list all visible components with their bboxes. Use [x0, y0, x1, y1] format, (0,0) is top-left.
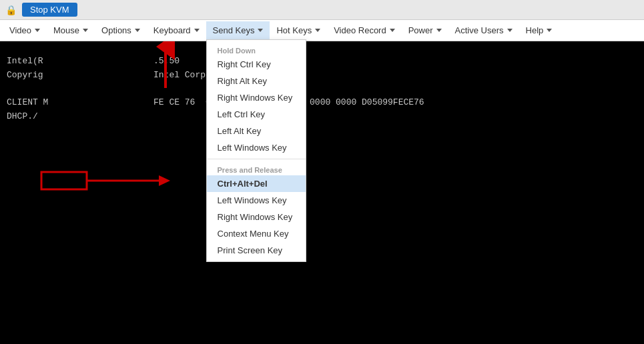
menu-hot-keys[interactable]: Hot Keys: [270, 21, 327, 39]
menu-active-users[interactable]: Active Users: [448, 21, 519, 39]
dropdown-item-context-menu[interactable]: Context Menu Key: [207, 225, 306, 242]
menu-keyboard[interactable]: Keyboard: [147, 21, 206, 39]
main-content: Intel(R Copyrig CLIENT M DHCP./ .5.50 In…: [0, 41, 644, 344]
hot-keys-caret: [315, 29, 320, 32]
svg-rect-4: [41, 172, 87, 189]
send-keys-caret: [258, 29, 263, 32]
stop-kvm-button[interactable]: Stop KVM: [22, 3, 77, 17]
help-caret: [547, 29, 552, 32]
dropdown-item-left-windows[interactable]: Left Windows Key: [207, 139, 306, 156]
menu-send-keys[interactable]: Send Keys Hold Down Right Ctrl Key Right…: [206, 21, 270, 39]
dropdown-item-right-windows-key[interactable]: Right Windows Key: [207, 209, 306, 225]
dropdown-divider: [207, 159, 306, 159]
svg-marker-6: [159, 175, 170, 186]
top-bar: 🔒 Stop KVM: [0, 0, 644, 20]
dropdown-item-left-alt[interactable]: Left Alt Key: [207, 123, 306, 139]
dropdown-item-left-windows-key[interactable]: Left Windows Key: [207, 192, 306, 209]
hold-down-label: Hold Down: [207, 43, 306, 56]
annotation-arrow-1: [152, 41, 179, 91]
power-caret: [436, 29, 442, 32]
video-caret: [35, 29, 40, 32]
menu-help[interactable]: Help: [519, 21, 559, 39]
dropdown-item-right-windows[interactable]: Right Windows Key: [207, 89, 306, 106]
options-caret: [135, 29, 140, 32]
active-users-caret: [507, 29, 513, 32]
lock-icon: 🔒: [5, 5, 17, 15]
send-keys-dropdown: Hold Down Right Ctrl Key Right Alt Key R…: [206, 39, 306, 262]
dropdown-item-right-alt[interactable]: Right Alt Key: [207, 73, 306, 89]
kvm-screen[interactable]: Intel(R Copyrig CLIENT M DHCP./ .5.50 In…: [0, 41, 644, 344]
menu-options[interactable]: Options: [95, 21, 147, 39]
annotation-right-arrow: [40, 169, 187, 192]
press-release-label: Press and Release: [207, 162, 306, 175]
dropdown-item-right-ctrl[interactable]: Right Ctrl Key: [207, 56, 306, 73]
keyboard-caret: [194, 29, 200, 32]
mouse-caret: [83, 29, 88, 32]
menu-video[interactable]: Video: [3, 21, 47, 39]
video-record-caret: [390, 29, 395, 32]
kvm-left-text: Intel(R Copyrig CLIENT M DHCP./: [7, 55, 48, 124]
menubar: Video Mouse Options Keyboard Send Keys H…: [0, 20, 644, 41]
menu-video-record[interactable]: Video Record: [327, 21, 402, 39]
menu-power[interactable]: Power: [402, 21, 448, 39]
menu-mouse[interactable]: Mouse: [47, 21, 95, 39]
dropdown-item-ctrl-alt-del[interactable]: Ctrl+Alt+Del: [207, 175, 306, 192]
dropdown-item-left-ctrl[interactable]: Left Ctrl Key: [207, 106, 306, 123]
dropdown-item-print-screen[interactable]: Print Screen Key: [207, 242, 306, 259]
